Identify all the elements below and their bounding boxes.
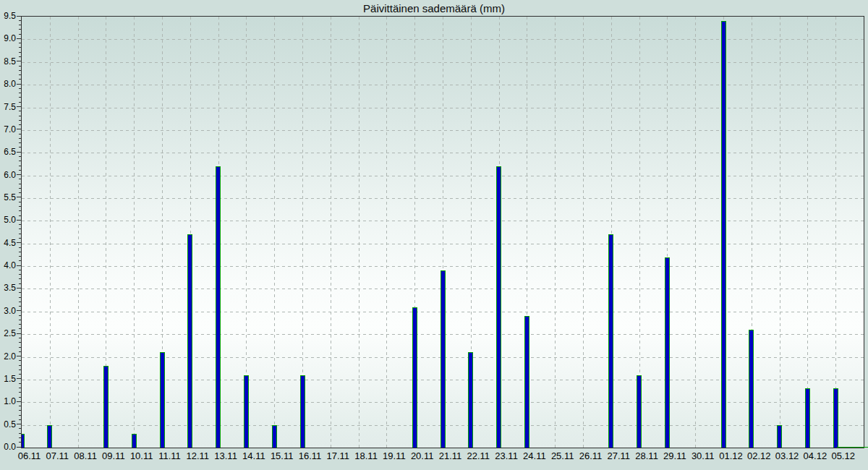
y-tick-label: 8.5 (0, 57, 16, 66)
bar (637, 375, 642, 448)
y-minor-tick (19, 192, 21, 193)
y-minor-tick (19, 360, 21, 361)
y-minor-tick (19, 188, 21, 189)
y-major-tick (17, 220, 21, 221)
y-minor-tick (19, 179, 21, 179)
y-minor-tick (19, 315, 21, 316)
bar (244, 375, 249, 448)
bar (300, 375, 305, 448)
y-minor-tick (19, 428, 21, 429)
y-tick-label: 3.5 (0, 283, 16, 292)
y-minor-tick (19, 433, 21, 434)
y-minor-tick (19, 270, 21, 270)
x-gridline (274, 17, 275, 448)
rainfall-chart-figure: Päivittäinen sademäärä (mm) 0.00.51.01.5… (0, 0, 868, 470)
y-minor-tick (19, 142, 21, 143)
y-tick-label: 4.0 (0, 261, 16, 270)
y-minor-tick (19, 74, 21, 75)
y-major-tick (17, 84, 21, 85)
y-minor-tick (19, 29, 21, 30)
y-minor-tick (19, 20, 21, 21)
y-minor-tick (19, 52, 21, 53)
y-minor-tick (19, 406, 21, 406)
x-gridline (583, 17, 584, 448)
y-minor-tick (19, 374, 21, 375)
y-tick-label: 1.5 (0, 375, 16, 383)
y-minor-tick (19, 111, 21, 111)
y-tick-label: 2.0 (0, 352, 16, 361)
y-minor-tick (19, 25, 21, 25)
y-tick-label: 8.0 (0, 80, 16, 88)
y-minor-tick (19, 351, 21, 352)
y-minor-tick (19, 161, 21, 161)
y-minor-tick (19, 274, 21, 275)
bar (47, 425, 52, 448)
bar (187, 234, 192, 448)
y-minor-tick (19, 247, 21, 248)
y-major-tick (17, 129, 21, 129)
y-tick-label: 2.5 (0, 329, 16, 338)
x-gridline (807, 17, 808, 448)
y-minor-tick (19, 297, 21, 298)
bar (777, 425, 782, 448)
bar (608, 234, 613, 448)
y-minor-tick (19, 392, 21, 393)
y-minor-tick (19, 79, 21, 80)
y-major-tick (17, 288, 21, 289)
y-minor-tick (19, 224, 21, 225)
bar (160, 352, 165, 448)
y-minor-tick (19, 97, 21, 98)
y-major-tick (17, 356, 21, 356)
y-tick-label: 6.5 (0, 148, 16, 156)
y-minor-tick (19, 56, 21, 57)
y-major-tick (17, 197, 21, 197)
plot-area (21, 16, 864, 448)
y-minor-tick (19, 437, 21, 438)
y-minor-tick (19, 342, 21, 343)
y-major-tick (17, 333, 21, 334)
y-minor-tick (19, 156, 21, 157)
y-major-tick (17, 106, 21, 107)
x-gridline (134, 17, 135, 448)
x-gridline (555, 17, 556, 448)
y-minor-tick (19, 238, 21, 239)
y-major-tick (17, 265, 21, 266)
bar (665, 257, 670, 448)
y-minor-tick (19, 347, 21, 348)
y-minor-tick (19, 369, 21, 370)
x-gridline (835, 17, 836, 448)
x-gridline (695, 17, 696, 448)
y-minor-tick (19, 210, 21, 211)
y-minor-tick (19, 415, 21, 416)
bar (721, 21, 726, 448)
y-tick-label: 6.0 (0, 171, 16, 179)
x-tick-label: 05.12 (826, 451, 861, 461)
y-tick-label: 0.5 (0, 420, 16, 429)
y-minor-tick (19, 120, 21, 121)
y-minor-tick (19, 302, 21, 302)
y-minor-tick (19, 260, 21, 261)
bar (833, 388, 838, 448)
y-minor-tick (19, 215, 21, 216)
y-tick-label: 4.5 (0, 239, 16, 247)
y-minor-tick (19, 93, 21, 93)
y-minor-tick (19, 410, 21, 411)
y-minor-tick (19, 278, 21, 279)
y-minor-tick (19, 397, 21, 398)
y-minor-tick (19, 47, 21, 48)
y-minor-tick (19, 116, 21, 116)
y-minor-tick (19, 442, 21, 443)
bar (468, 352, 473, 448)
y-minor-tick (19, 66, 21, 67)
bar (21, 434, 25, 448)
chart-title: Päivittäinen sademäärä (mm) (0, 2, 868, 14)
y-major-tick (17, 310, 21, 311)
y-major-tick (17, 174, 21, 175)
y-minor-tick (19, 388, 21, 388)
y-minor-tick (19, 166, 21, 166)
y-tick-label: 9.0 (0, 34, 16, 43)
y-tick-label: 5.0 (0, 215, 16, 224)
y-minor-tick (19, 138, 21, 139)
y-minor-tick (19, 365, 21, 366)
y-tick-label: 7.0 (0, 125, 16, 134)
